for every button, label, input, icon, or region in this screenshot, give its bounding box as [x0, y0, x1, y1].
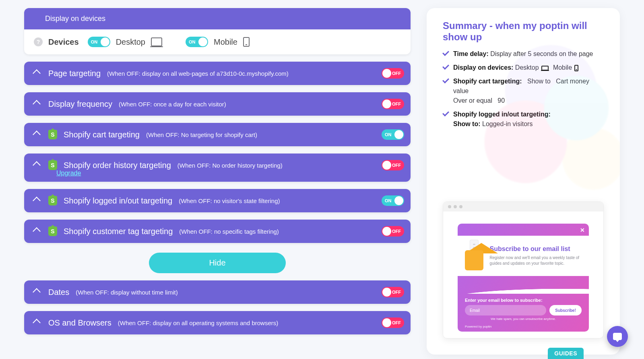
- rule-shopify-logged[interactable]: S Shopify logged in/out targeting (When …: [24, 189, 411, 212]
- dates-toggle[interactable]: OFF: [382, 287, 404, 297]
- popup-powered-by: Powered by poptin: [458, 325, 589, 332]
- toggle-knob: [382, 69, 391, 78]
- help-icon[interactable]: ?: [34, 37, 43, 46]
- toggle-off-label: OFF: [392, 290, 401, 295]
- rule-dates[interactable]: Dates (When OFF: display without time li…: [24, 280, 411, 304]
- toggle-knob: [382, 100, 391, 108]
- toggle-off-label: OFF: [392, 229, 401, 234]
- rule-title: Page targeting: [48, 69, 101, 78]
- popup-body: Register now and we'll email you a weekl…: [490, 255, 582, 266]
- os-browsers-toggle[interactable]: OFF: [382, 317, 404, 328]
- toggle-on-label: ON: [385, 132, 392, 137]
- toggle-on-label: ON: [189, 39, 196, 44]
- check-icon: [443, 51, 449, 57]
- popup-mock: ✕ Subscribe to our email list Register n…: [458, 224, 589, 332]
- chat-button[interactable]: [607, 326, 628, 347]
- chevron-up-icon: [33, 69, 41, 77]
- shopify-icon: S: [48, 130, 57, 139]
- display-frequency-toggle[interactable]: OFF: [382, 99, 404, 109]
- rule-title: Shopify cart targeting: [64, 130, 140, 139]
- toggle-off-label: OFF: [392, 163, 401, 168]
- guides-tab[interactable]: GUIDES: [548, 348, 584, 359]
- window-dot: [448, 205, 451, 208]
- summary-cart: Shopify cart targeting: Show to Cart mon…: [443, 77, 604, 106]
- rule-os-browsers[interactable]: OS and Browsers (When OFF: display on al…: [24, 311, 411, 334]
- rule-subtitle: (When OFF: display without time limit): [76, 289, 178, 296]
- rule-subtitle: (When OFF: No targeting for shopify cart…: [146, 131, 257, 138]
- shopify-icon: S: [48, 160, 57, 170]
- close-icon[interactable]: ✕: [580, 227, 585, 233]
- popup-email-input[interactable]: Email: [465, 305, 546, 315]
- summary-label: Display on devices:: [453, 64, 513, 71]
- summary-label: Shopify cart targeting:: [453, 78, 522, 85]
- popup-preview: ✕ Subscribe to our email list Register n…: [443, 201, 604, 338]
- shopify-order-history-toggle[interactable]: OFF: [382, 160, 404, 170]
- rule-title: Display frequency: [48, 100, 112, 109]
- toggle-on-label: ON: [91, 39, 98, 44]
- window-dot: [459, 205, 462, 208]
- shopify-cart-toggle[interactable]: ON: [382, 129, 404, 140]
- summary-value: Display after 5 seconds on the page: [490, 50, 593, 57]
- toggle-knob: [101, 37, 109, 46]
- toggle-on-label: ON: [385, 198, 392, 203]
- phone-icon: [243, 37, 250, 47]
- toggle-knob: [382, 288, 391, 297]
- chevron-up-icon: [33, 227, 41, 235]
- desktop-toggle[interactable]: ON: [88, 37, 110, 47]
- desktop-label: Desktop: [116, 37, 145, 47]
- toggle-knob: [394, 130, 403, 139]
- check-icon: [443, 111, 449, 118]
- rule-subtitle: (When OFF: no specific tags filtering): [179, 228, 279, 235]
- toggle-off-label: OFF: [392, 320, 401, 325]
- rule-title: OS and Browsers: [48, 318, 111, 328]
- toggle-knob: [382, 161, 391, 170]
- upgrade-link[interactable]: Upgrade: [56, 170, 81, 177]
- summary-panel: Summary - when my poptin will show up Ti…: [427, 8, 620, 355]
- rule-shopify-order-history[interactable]: S Shopify order history targeting (When …: [24, 154, 411, 182]
- browser-bar: [443, 202, 603, 212]
- devices-row: ? Devices ON Desktop ON Mobile: [24, 29, 411, 54]
- browser-mock: ✕ Subscribe to our email list Register n…: [443, 201, 604, 338]
- summary-value: 90: [497, 97, 505, 104]
- rule-subtitle: (When OFF: No order history targeting): [178, 162, 283, 169]
- rule-subtitle: (When OFF: display on all operating syst…: [118, 320, 279, 326]
- summary-value: Show to: [527, 78, 551, 85]
- rule-display-frequency[interactable]: Display frequency (When OFF: once a day …: [24, 92, 411, 116]
- summary-devices: Display on devices: Desktop Mobile: [443, 63, 604, 73]
- hide-button[interactable]: Hide: [149, 253, 286, 273]
- envelope-icon: [465, 241, 483, 270]
- summary-value: Desktop: [515, 64, 539, 71]
- toggle-knob: [394, 196, 403, 205]
- shopify-logged-toggle[interactable]: ON: [382, 195, 404, 206]
- summary-time-delay: Time delay: Display after 5 seconds on t…: [443, 49, 604, 59]
- page-targeting-toggle[interactable]: OFF: [382, 68, 404, 79]
- rule-shopify-cart[interactable]: S Shopify cart targeting (When OFF: No t…: [24, 123, 411, 146]
- summary-value: Logged-in visitors: [482, 120, 533, 127]
- chevron-up-icon: [33, 319, 41, 327]
- rule-title: Shopify logged in/out targeting: [64, 196, 172, 205]
- mobile-toggle[interactable]: ON: [186, 37, 208, 47]
- summary-value: Show to:: [453, 120, 481, 127]
- popup-subscribe-button[interactable]: Subscribe!: [549, 305, 582, 315]
- shopify-customer-tag-toggle[interactable]: OFF: [382, 226, 404, 237]
- toggle-knob: [382, 227, 391, 236]
- shopify-icon: S: [48, 226, 57, 236]
- phone-icon: [574, 65, 578, 71]
- laptop-icon: [541, 66, 549, 71]
- summary-label: Shopify logged in/out targeting:: [453, 111, 551, 118]
- check-icon: [443, 64, 449, 71]
- shopify-icon: S: [48, 196, 57, 205]
- toggle-knob: [382, 318, 391, 327]
- summary-value: Mobile: [553, 64, 572, 71]
- chevron-up-icon: [33, 161, 41, 169]
- popup-footer-label: Enter your email below to subscribe:: [465, 298, 582, 303]
- rule-page-targeting[interactable]: Page targeting (When OFF: display on all…: [24, 62, 411, 85]
- chevron-up-icon: [33, 197, 41, 205]
- rule-subtitle: (When OFF: no visitor's state filtering): [179, 197, 280, 204]
- summary-logged: Shopify logged in/out targeting: Show to…: [443, 110, 604, 129]
- devices-label: Devices: [48, 37, 79, 47]
- rule-title: Shopify order history targeting: [64, 161, 171, 170]
- rule-shopify-customer-tag[interactable]: S Shopify customer tag targeting (When O…: [24, 220, 411, 243]
- laptop-icon: [151, 37, 162, 46]
- display-on-devices-card: Display on devices ? Devices ON Desktop …: [24, 8, 411, 54]
